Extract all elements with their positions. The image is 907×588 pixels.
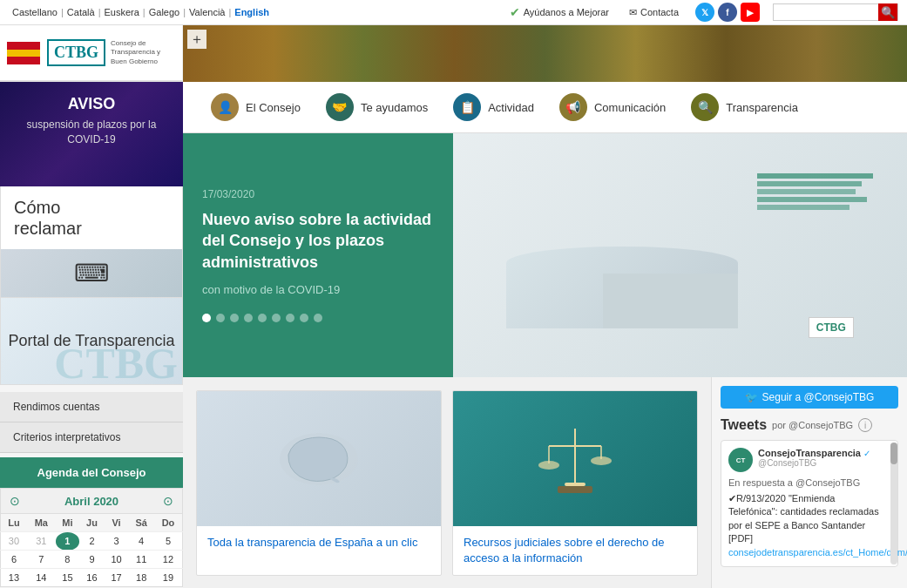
nav-icon-actividad: 📋 <box>453 93 481 121</box>
nav-te-ayudamos[interactable]: 🤝 Te ayudamos <box>315 89 438 125</box>
hero-subtitle: con motivo de la COVID-19 <box>202 283 434 296</box>
covid-banner[interactable]: AVISO suspensión de plazos por la COVID-… <box>0 82 183 186</box>
hero-dot-3[interactable] <box>230 314 239 322</box>
calendar-day[interactable]: 17 <box>105 569 129 587</box>
lang-castellano[interactable]: Castellano <box>12 7 58 17</box>
spain-transparency-card[interactable]: Toda la transparencia de España a un cli… <box>196 390 442 576</box>
facebook-social-button[interactable]: f <box>718 3 737 22</box>
calendar-next-button[interactable]: ⊙ <box>163 494 173 508</box>
lang-catala[interactable]: Català <box>67 7 95 17</box>
calendar-day[interactable]: 2 <box>79 532 105 551</box>
covid-aviso-text: suspensión de plazos por la COVID-19 <box>13 118 170 147</box>
hero-dots <box>202 314 434 322</box>
ctbg-office-sign: CTBG <box>809 317 854 338</box>
criterios-interpretativos-link[interactable]: Criterios interpretativos <box>0 422 183 453</box>
calendar-day[interactable]: 12 <box>154 551 183 569</box>
search-button[interactable]: 🔍 <box>878 3 897 21</box>
como-reclamar-title: Cómo reclamar <box>14 197 169 239</box>
calendar-day[interactable]: 15 <box>56 569 80 587</box>
youtube-social-button[interactable]: ▶ <box>741 3 760 22</box>
justice-card-image <box>453 391 697 526</box>
search-form: 🔍 <box>773 3 898 21</box>
spain-card-image <box>197 391 441 526</box>
calendar-day[interactable]: 18 <box>128 569 154 587</box>
tweet-link[interactable]: consejodetransparencia.es/ct_Home/dam/jc… <box>728 547 907 558</box>
tweet-reply-label: En respuesta a @ConsejoTBG <box>728 477 890 488</box>
search-input[interactable] <box>774 7 878 17</box>
calendar-day[interactable]: 5 <box>154 532 183 551</box>
logo-text: Consejo deTransparencia yBuen Gobierno <box>111 39 160 66</box>
calendar-day[interactable]: 13 <box>1 569 27 587</box>
hero-dot-2[interactable] <box>216 314 225 322</box>
nav-actividad[interactable]: 📋 Actividad <box>443 89 545 125</box>
hero-dot-1[interactable] <box>202 314 211 322</box>
cal-header-vi: Vi <box>105 514 129 532</box>
lang-galego[interactable]: Galego <box>149 7 179 17</box>
nav-label-te-ayudamos: Te ayudamos <box>361 101 428 114</box>
scales-of-justice-svg <box>531 420 619 498</box>
nav-label-transparencia: Transparencia <box>726 101 798 114</box>
twitter-panel: 🐦 Seguir a @ConsejoTBG Tweets por @Conse… <box>711 377 907 588</box>
nav-icon-el-consejo: 👤 <box>211 93 239 121</box>
judicial-resources-card[interactable]: Recursos judiciales sobre el derecho de … <box>452 390 698 576</box>
lang-valencía[interactable]: Valencià <box>189 7 225 17</box>
hero-dot-4[interactable] <box>244 314 253 322</box>
nav-comunicacion[interactable]: 📢 Comunicación <box>549 89 676 125</box>
svg-point-5 <box>538 461 559 470</box>
check-icon: ✔ <box>510 5 520 19</box>
tweets-label: Tweets <box>721 417 767 433</box>
calendar-day[interactable]: 11 <box>128 551 154 569</box>
spain-card-text: Toda la transparencia de España a un cli… <box>197 526 441 559</box>
hero-dot-8[interactable] <box>300 314 308 322</box>
tweets-info-icon[interactable]: i <box>858 418 872 432</box>
banner-plus-button[interactable]: ＋ <box>187 30 206 49</box>
mail-icon: ✉ <box>629 7 637 18</box>
calendar-day[interactable]: 9 <box>79 551 105 569</box>
sidebar: CTBG Consejo deTransparencia yBuen Gobie… <box>0 25 183 588</box>
nav-transparencia[interactable]: 🔍 Transparencia <box>680 89 809 125</box>
portal-transparencia-banner[interactable]: Portal de Transparencia CTBG <box>0 298 183 385</box>
bottom-section: Toda la transparencia de España a un cli… <box>183 377 907 588</box>
twitter-follow-button[interactable]: 🐦 Seguir a @ConsejoTBG <box>721 386 898 409</box>
calendar-table: Lu Ma Mi Ju Vi Sá Do 3031123456789101112… <box>0 514 183 587</box>
svg-point-6 <box>591 456 612 465</box>
como-reclamar-banner[interactable]: Cómo reclamar ⌨ <box>0 186 183 298</box>
tweets-header: Tweets por @ConsejoTBG i <box>721 417 898 433</box>
lang-english[interactable]: English <box>234 7 269 17</box>
calendar-day[interactable]: 7 <box>27 551 56 569</box>
portal-title: Portal de Transparencia <box>8 331 174 351</box>
calendar-day[interactable]: 6 <box>1 551 27 569</box>
calendar-day[interactable]: 14 <box>27 569 56 587</box>
hero-date: 17/03/2020 <box>202 188 434 200</box>
como-reclamar-image: ⌨ <box>1 249 182 297</box>
tweet-scrollbar[interactable] <box>890 441 897 566</box>
cal-header-do: Do <box>154 514 183 532</box>
calendar-prev-button[interactable]: ⊙ <box>10 494 20 508</box>
main-layout: CTBG Consejo deTransparencia yBuen Gobie… <box>0 25 907 588</box>
rendimos-cuentas-link[interactable]: Rendimos cuentas <box>0 392 183 422</box>
calendar-day[interactable]: 10 <box>105 551 129 569</box>
mejora-link[interactable]: ✔ Ayúdanos a Mejorar <box>510 5 609 19</box>
twitter-social-button[interactable]: 𝕏 <box>695 3 714 22</box>
lang-euskera[interactable]: Euskera <box>105 7 139 17</box>
hero-image-panel: CTBG <box>453 133 907 377</box>
cal-header-lu: Lu <box>1 514 27 532</box>
hero-title: Nuevo aviso sobre la actividad del Conse… <box>202 209 434 273</box>
agenda-section: Agenda del Consejo ⊙ Abril 2020 ⊙ Lu Ma … <box>0 457 183 587</box>
hero-dot-5[interactable] <box>258 314 267 322</box>
cards-container: Toda la transparencia de España a un cli… <box>183 377 711 588</box>
contacta-link[interactable]: ✉ Contacta <box>629 7 679 18</box>
calendar-day[interactable]: 3 <box>105 532 129 551</box>
hero-dot-9[interactable] <box>314 314 322 322</box>
calendar-day[interactable]: 1 <box>56 532 80 551</box>
hero-dot-6[interactable] <box>272 314 281 322</box>
calendar-day[interactable]: 4 <box>128 532 154 551</box>
calendar-day[interactable]: 16 <box>79 569 105 587</box>
calendar-day[interactable]: 19 <box>154 569 183 587</box>
hero-text-panel: 17/03/2020 Nuevo aviso sobre la activida… <box>183 133 453 377</box>
calendar-day[interactable]: 8 <box>56 551 80 569</box>
keyboard-icon: ⌨ <box>74 259 109 287</box>
hero-dot-7[interactable] <box>286 314 294 322</box>
nav-el-consejo[interactable]: 👤 El Consejo <box>200 89 311 125</box>
tweets-by: por @ConsejoTBG <box>772 420 853 430</box>
